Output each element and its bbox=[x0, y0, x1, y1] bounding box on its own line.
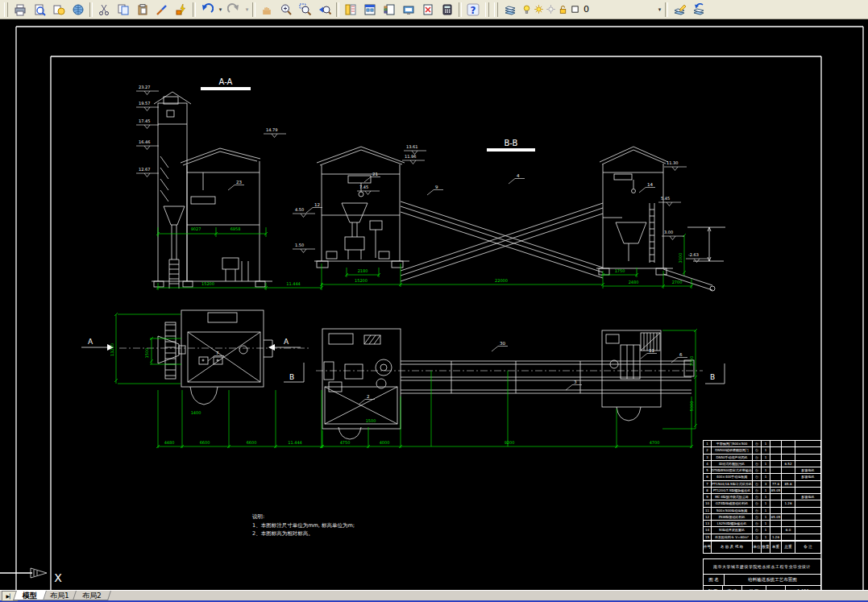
zoom-previous-button[interactable] bbox=[315, 0, 334, 19]
bom-cell bbox=[795, 534, 820, 541]
designcenter-button[interactable] bbox=[360, 0, 380, 19]
bom-cell: PT1204/7.5型螺旋输送机 bbox=[712, 488, 753, 494]
undo-button[interactable] bbox=[197, 0, 217, 19]
quickcalc-button[interactable] bbox=[438, 0, 457, 19]
bom-cell: 8 bbox=[704, 488, 712, 494]
bom-cell: 1 bbox=[762, 447, 770, 454]
toolbar-grip[interactable] bbox=[485, 2, 489, 17]
ucs-icon bbox=[0, 568, 47, 578]
zoom-window-button[interactable] bbox=[296, 0, 315, 19]
bom-cell bbox=[795, 527, 820, 533]
bom-cell: 台 bbox=[753, 500, 762, 507]
title-block-bottom-cell: 审 核 bbox=[723, 586, 742, 590]
section-bb-underline bbox=[487, 148, 535, 152]
bom-cell: 1 bbox=[762, 521, 770, 527]
bom-table: 1平面钢闸门500×500台12DN500铸铁镶铜圆闸门台13DN50手动葫芦启… bbox=[703, 440, 821, 541]
bom-cell: 7 bbox=[704, 481, 712, 488]
bom-row: 15石灰粉储料仓 V=60m³台11.26 bbox=[704, 534, 820, 541]
bom-cell: 77.6 bbox=[770, 481, 782, 488]
drawing-name-row: 图 名 给料输送系统工艺布置图 bbox=[703, 575, 821, 586]
pan-button[interactable] bbox=[257, 0, 276, 19]
bom-cell bbox=[782, 474, 795, 480]
bom-cell bbox=[782, 534, 795, 541]
properties-palette-button[interactable] bbox=[341, 0, 360, 19]
publish-button[interactable] bbox=[69, 0, 88, 19]
drawing-canvas[interactable]: 23.2719.5717.4516.4612.6714.7913.6111.96… bbox=[0, 19, 868, 590]
undo-dropdown[interactable]: ▾ bbox=[217, 6, 224, 13]
bom-row: 12ZSW型振动给料机台165.05 bbox=[704, 514, 820, 521]
copy-button[interactable] bbox=[114, 0, 133, 19]
bom-row: 9MC-Ⅱ型脉冲袋式除尘器台1配套电机 bbox=[704, 494, 820, 500]
bom-cell: 1 bbox=[762, 474, 770, 480]
bom-cell bbox=[770, 474, 782, 480]
tab-model[interactable]: 模型 bbox=[13, 591, 47, 600]
title-block-bottom-cell: 日 期 bbox=[742, 586, 766, 590]
bom-cell bbox=[795, 481, 820, 488]
layer-combobox[interactable]: 0 ▾ bbox=[520, 2, 663, 18]
title-block: 1平面钢闸门500×500台12DN500铸铁镶铜圆闸门台13DN50手动葫芦启… bbox=[703, 440, 821, 590]
print-button[interactable] bbox=[10, 0, 30, 19]
tool-palettes-button[interactable] bbox=[380, 0, 399, 19]
bom-cell: 台 bbox=[753, 455, 762, 461]
layer-dropdown-arrow[interactable]: ▾ bbox=[656, 6, 663, 13]
bom-cell bbox=[795, 514, 820, 521]
layer-unlock-icon[interactable] bbox=[558, 4, 568, 15]
bom-cell: 500×500电动插板阀 bbox=[712, 508, 753, 514]
layer-freeze-sun-icon[interactable] bbox=[546, 4, 556, 15]
bom-cell bbox=[770, 447, 782, 454]
cut-button[interactable] bbox=[94, 0, 114, 19]
toolbar-grip[interactable] bbox=[4, 2, 8, 17]
toolbar: ▾ ▾ ? 0 ▾ bbox=[0, 0, 868, 19]
bom-header-cell: 数量 bbox=[762, 542, 770, 553]
bom-cell: 1 bbox=[762, 488, 770, 494]
edit-hatch-button[interactable] bbox=[172, 0, 191, 19]
layer-previous-button[interactable] bbox=[689, 0, 708, 19]
bom-header-cell: 件号 bbox=[704, 542, 712, 553]
toolbar-separator bbox=[252, 2, 255, 17]
bom-cell bbox=[770, 455, 782, 461]
bom-cell: 1 bbox=[704, 441, 712, 447]
layer-name-value[interactable]: 0 bbox=[584, 4, 589, 15]
bom-cell: 85.05 bbox=[770, 488, 782, 494]
project-title-bar: 南华大学城市建设学院给水排水工程专业毕业设计 bbox=[703, 558, 821, 575]
bom-cell: 台 bbox=[753, 534, 762, 541]
bom-cell bbox=[770, 508, 782, 514]
bom-cell: 3 bbox=[762, 481, 770, 488]
bom-cell: 台 bbox=[753, 441, 762, 447]
publish-to-web-button[interactable] bbox=[49, 0, 69, 19]
redo-button[interactable] bbox=[224, 0, 243, 19]
match-properties-button[interactable] bbox=[152, 0, 172, 19]
paste-button[interactable] bbox=[133, 0, 152, 19]
bom-cell bbox=[770, 527, 782, 533]
make-object-layer-current-button[interactable] bbox=[670, 0, 689, 19]
note-line: 说明: bbox=[252, 513, 355, 521]
note-line: 2、本图标高为相对标高。 bbox=[252, 529, 355, 538]
bom-row: 3DN50手动葫芦启闭机台1 bbox=[704, 455, 820, 461]
bom-cell: 12 bbox=[704, 514, 712, 521]
bom-cell: DN500铸铁镶铜圆闸门 bbox=[712, 447, 753, 454]
print-preview-button[interactable] bbox=[30, 0, 49, 19]
help-button[interactable]: ? bbox=[463, 0, 483, 19]
bom-cell: 65.05 bbox=[770, 514, 782, 521]
bom-cell bbox=[795, 508, 820, 514]
bom-cell: 9 bbox=[704, 494, 712, 500]
toolbar-separator bbox=[665, 2, 668, 17]
bom-cell: 平面钢闸门500×500 bbox=[712, 441, 753, 447]
layer-on-bulb-icon[interactable] bbox=[521, 4, 532, 15]
bom-cell: 台 bbox=[753, 508, 762, 514]
bom-cell: 1 bbox=[762, 467, 770, 474]
layer-properties-button[interactable] bbox=[500, 0, 520, 19]
bom-cell: 5t电动单梁起重机 bbox=[712, 527, 753, 533]
bom-row: 10GZ4型电磁振动给料机台11.26 bbox=[704, 500, 820, 507]
zoom-realtime-button[interactable] bbox=[276, 0, 296, 19]
toolbar-grip[interactable] bbox=[494, 2, 498, 17]
bom-header-cell: 名 称 及 规 格 bbox=[712, 542, 753, 553]
sheet-set-manager-button[interactable] bbox=[399, 0, 418, 19]
redo-dropdown[interactable]: ▾ bbox=[243, 6, 251, 13]
layer-color-swatch[interactable] bbox=[570, 4, 580, 15]
bom-cell: 14 bbox=[704, 527, 712, 533]
markup-set-manager-button[interactable] bbox=[418, 0, 438, 19]
tab-layout2[interactable]: 布局2 bbox=[73, 591, 111, 600]
bom-cell bbox=[795, 488, 820, 494]
layer-thaw-sun-icon[interactable] bbox=[534, 4, 544, 15]
